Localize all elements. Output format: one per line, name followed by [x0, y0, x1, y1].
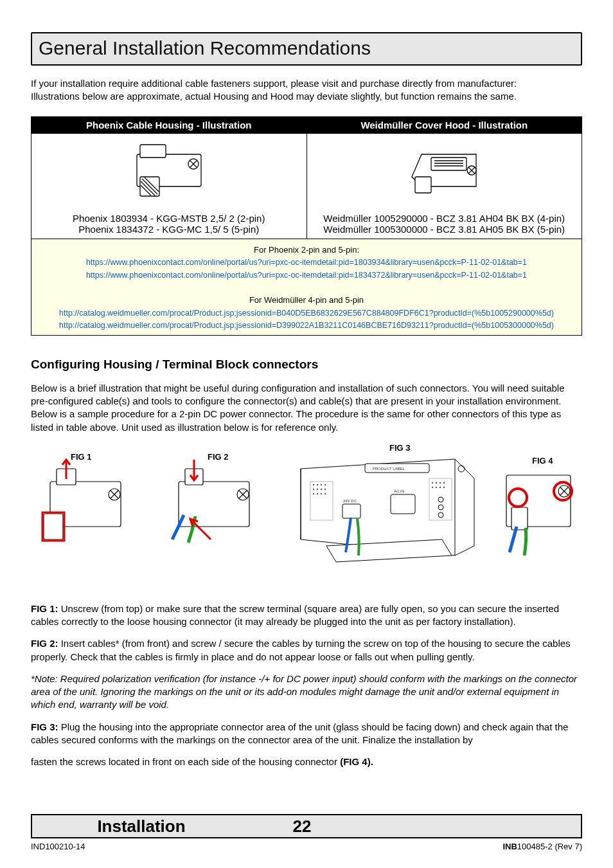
fig4-desc-pre: fasten the screws located in front on ea… [31, 756, 340, 767]
svg-rect-71 [511, 507, 528, 530]
page-title: General Installation Recommendations [39, 37, 574, 59]
svg-point-52 [432, 482, 433, 484]
fig3-24v-text: 24V DC [343, 499, 357, 503]
phoenix-links-label: For Phoenix 2-pin and 5-pin: [254, 245, 359, 255]
weidmuller-caption-1: Weidmüller 1005290000 - BCZ 3.81 AH04 BK… [323, 213, 565, 224]
svg-rect-39 [429, 478, 452, 520]
fig2-description: FIG 2: Insert cables* (from front) and s… [31, 637, 582, 664]
fig1-illustration [31, 456, 147, 568]
doc-id-right-rest: 100485-2 (Rev 7) [517, 842, 582, 851]
weidmuller-link-1[interactable]: http://catalog.weidmueller.com/procat/Pr… [59, 309, 554, 318]
col-header-phoenix: Phoenix Cable Housing - Illustration [31, 116, 307, 133]
svg-point-47 [324, 489, 326, 490]
svg-point-40 [313, 484, 314, 485]
svg-rect-27 [179, 482, 249, 527]
fig3-acin-text: AC IN [394, 489, 404, 493]
svg-rect-61 [342, 504, 360, 518]
svg-point-46 [321, 489, 322, 490]
svg-rect-1 [140, 145, 166, 158]
weidmuller-link-2[interactable]: http://catalog.weidmueller.com/procat/Pr… [59, 321, 554, 330]
fig1-description: FIG 1: Unscrew (from top) or make sure t… [31, 602, 582, 629]
doc-id-right-bold: INB [502, 842, 517, 851]
weidmuller-cell: Weidmüller 1005290000 - BCZ 3.81 AH04 BK… [306, 133, 582, 239]
svg-point-43 [324, 484, 326, 485]
svg-point-54 [440, 482, 441, 484]
phoenix-caption-2: Phoenix 1834372 - KGG-MC 1,5/ 5 (5-pin) [78, 224, 259, 235]
doc-id-left: IND100210-14 [31, 842, 85, 851]
fig1-desc-bold: FIG 1: [31, 603, 58, 614]
fig3-description: FIG 3: Plug the housing into the appropr… [31, 721, 582, 747]
svg-point-41 [317, 484, 318, 485]
svg-rect-12 [415, 177, 431, 193]
fig4-illustration [493, 462, 583, 568]
svg-rect-11 [431, 158, 466, 170]
svg-point-48 [313, 493, 314, 494]
fig4-desc-bold: (FIG 4). [340, 756, 373, 767]
svg-rect-60 [391, 494, 415, 514]
polarization-note: *Note: Required polarization verificatio… [31, 673, 582, 712]
svg-point-59 [443, 487, 445, 488]
fig1-desc-text: Unscrew (from top) or make sure that the… [31, 603, 559, 627]
svg-point-58 [440, 487, 441, 488]
weidmuller-caption-2: Weidmüller 1005300000 - BCZ 3.81 AH05 BK… [323, 224, 565, 235]
footer-page-number: 22 [276, 815, 328, 837]
svg-point-55 [443, 482, 445, 484]
links-cell: For Phoenix 2-pin and 5-pin: https://www… [31, 239, 582, 335]
page-title-bar: General Installation Recommendations [31, 32, 582, 66]
svg-point-49 [317, 493, 318, 494]
fig3-product-label-text: PRODUCT LABEL [373, 467, 405, 471]
col-header-weidmuller: Weidmüller Cover Hood - Illustration [306, 116, 582, 133]
svg-point-56 [432, 487, 433, 488]
svg-rect-24 [44, 514, 63, 539]
fig2-desc-text: Insert cables* (from front) and screw / … [31, 638, 571, 662]
phoenix-link-1[interactable]: https://www.phoenixcontact.com/online/po… [86, 258, 527, 267]
weidmuller-links-label: For Weidmüller 4-pin and 5-pin [249, 295, 364, 305]
svg-point-57 [436, 487, 437, 488]
phoenix-caption-1: Phoenix 1803934 - KGG-MSTB 2,5/ 2 (2-pin… [73, 213, 265, 224]
footer-section: Installation [32, 815, 251, 837]
phoenix-cell: Phoenix 1803934 - KGG-MSTB 2,5/ 2 (2-pin… [31, 133, 307, 239]
fig3-illustration: PRODUCT LABEL 24V DC AC IN [281, 449, 487, 581]
doc-id-right: INB100485-2 (Rev 7) [502, 842, 582, 851]
figure-block: FIG 1 FIG 2 [31, 443, 582, 584]
intro-line1: If your installation require additional … [31, 78, 517, 89]
section-intro: Below is a brief illustration that might… [31, 382, 582, 434]
phoenix-link-2[interactable]: https://www.phoenixcontact.com/online/po… [86, 271, 527, 280]
phoenix-housing-illustration [118, 141, 220, 208]
fig4-description: fasten the screws located in front on ea… [31, 755, 582, 768]
fig3-desc-bold: FIG 3: [31, 721, 58, 732]
svg-point-45 [317, 489, 318, 490]
svg-point-53 [436, 482, 437, 484]
intro-line2: Illustrations below are approximate, act… [31, 91, 517, 102]
section-heading: Configuring Housing / Terminal Block con… [31, 357, 582, 372]
intro-paragraph: If your installation require additional … [31, 77, 582, 104]
svg-point-50 [321, 493, 322, 494]
svg-point-51 [324, 493, 326, 494]
svg-point-44 [313, 489, 314, 490]
weidmuller-hood-illustration [393, 141, 495, 208]
footer-bar: Installation 22 [31, 814, 582, 838]
fig2-illustration [153, 456, 275, 568]
illustration-table: Phoenix Cable Housing - Illustration Wei… [31, 116, 582, 336]
svg-rect-38 [310, 482, 333, 520]
svg-point-42 [321, 484, 322, 485]
fig2-desc-bold: FIG 2: [31, 638, 58, 649]
fig3-desc-text: Plug the housing into the appropriate co… [31, 721, 568, 745]
